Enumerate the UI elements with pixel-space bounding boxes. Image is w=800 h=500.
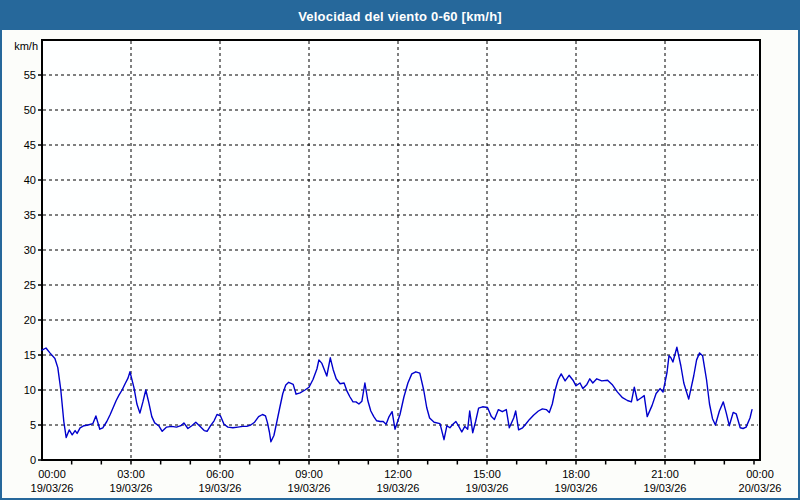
- y-tick-label: 30: [24, 244, 36, 256]
- y-tick-label: 25: [24, 279, 36, 291]
- x-tick-time-label: 21:00: [651, 468, 679, 480]
- y-tick-label: 5: [30, 419, 36, 431]
- x-tick-time-label: 09:00: [295, 468, 323, 480]
- x-tick-time-label: 00:00: [746, 468, 774, 480]
- y-tick-label: 45: [24, 139, 36, 151]
- y-tick-label: 50: [24, 104, 36, 116]
- y-tick-label: 40: [24, 174, 36, 186]
- y-tick-label: 20: [24, 314, 36, 326]
- y-tick-label: 0: [30, 454, 36, 466]
- plot-background: [42, 40, 760, 460]
- y-tick-label: 55: [24, 69, 36, 81]
- x-tick-time-label: 06:00: [206, 468, 234, 480]
- x-tick-date-label: 19/03/26: [644, 482, 687, 494]
- x-tick-time-label: 18:00: [562, 468, 590, 480]
- y-axis-unit-label: km/h: [14, 40, 38, 52]
- x-tick-time-label: 12:00: [384, 468, 412, 480]
- chart-title: Velocidad del viento 0-60 [km/h]: [298, 9, 502, 24]
- x-tick-time-label: 00:00: [38, 468, 66, 480]
- chart-area: 0510152025303540455055km/h00:0019/03/260…: [2, 30, 798, 498]
- wind-speed-chart: 0510152025303540455055km/h00:0019/03/260…: [2, 30, 798, 498]
- y-tick-label: 10: [24, 384, 36, 396]
- x-tick-date-label: 19/03/26: [288, 482, 331, 494]
- x-tick-time-label: 03:00: [117, 468, 145, 480]
- x-tick-date-label: 19/03/26: [555, 482, 598, 494]
- x-tick-date-label: 20/03/26: [739, 482, 782, 494]
- wind-speed-chart-window: Velocidad del viento 0-60 [km/h] 0510152…: [0, 0, 800, 500]
- y-tick-label: 15: [24, 349, 36, 361]
- x-tick-time-label: 15:00: [473, 468, 501, 480]
- y-tick-label: 35: [24, 209, 36, 221]
- title-bar: Velocidad del viento 0-60 [km/h]: [2, 2, 798, 30]
- x-tick-date-label: 19/03/26: [377, 482, 420, 494]
- x-tick-date-label: 19/03/26: [31, 482, 74, 494]
- x-tick-date-label: 19/03/26: [199, 482, 242, 494]
- x-tick-date-label: 19/03/26: [110, 482, 153, 494]
- x-tick-date-label: 19/03/26: [466, 482, 509, 494]
